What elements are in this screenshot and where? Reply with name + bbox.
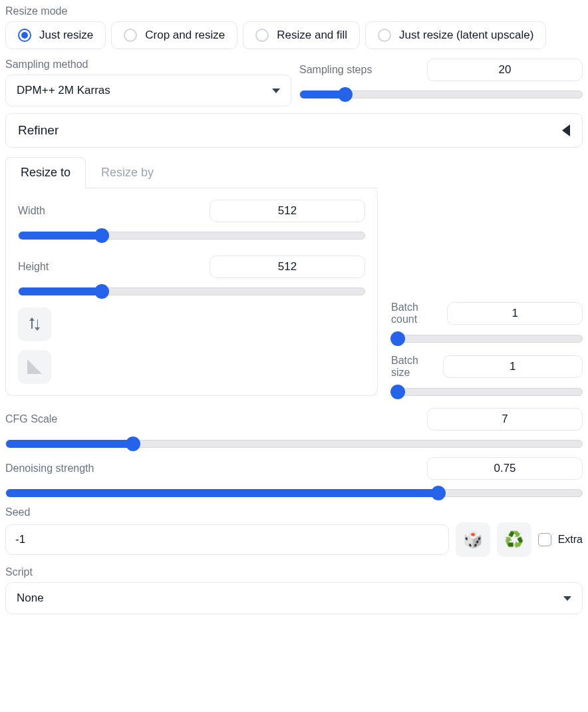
option-label: Crop and resize — [145, 29, 225, 42]
dice-icon: 🎲 — [463, 530, 483, 549]
tab-resize-to[interactable]: Resize to — [5, 157, 86, 188]
resize-mode-group: Just resize Crop and resize Resize and f… — [5, 21, 583, 49]
recycle-icon: ♻️ — [504, 530, 524, 549]
seed-extra-checkbox[interactable] — [538, 533, 551, 546]
width-input[interactable] — [210, 200, 365, 222]
chevron-down-icon — [563, 596, 571, 601]
height-input[interactable] — [210, 256, 365, 278]
cfg-scale-slider[interactable] — [5, 440, 583, 448]
seed-extra-label: Extra — [558, 534, 583, 546]
sampling-steps-input[interactable] — [427, 59, 583, 81]
option-label: Just resize — [39, 29, 93, 42]
cfg-scale-label: CFG Scale — [5, 413, 57, 425]
sampling-steps-label: Sampling steps — [299, 64, 372, 76]
resize-mode-option-just-resize[interactable]: Just resize — [5, 21, 106, 49]
seed-label: Seed — [5, 506, 583, 518]
seed-input[interactable] — [5, 524, 449, 555]
radio-icon — [255, 29, 269, 42]
batch-size-label: Batch size — [391, 355, 435, 379]
tab-resize-by[interactable]: Resize by — [86, 157, 169, 188]
resize-mode-label: Resize mode — [5, 5, 583, 17]
sampling-steps-slider[interactable] — [299, 90, 583, 98]
denoise-slider[interactable] — [5, 489, 583, 497]
swap-dimensions-button[interactable] — [18, 307, 51, 341]
sampling-method-value: DPM++ 2M Karras — [17, 84, 110, 97]
batch-size-slider[interactable] — [391, 388, 583, 396]
script-select[interactable]: None — [5, 582, 583, 614]
sampling-method-label: Sampling method — [5, 59, 291, 71]
refiner-accordion[interactable]: Refiner — [5, 113, 583, 148]
radio-icon — [378, 29, 391, 42]
denoise-input[interactable] — [427, 457, 583, 480]
caret-left-icon — [562, 124, 570, 136]
width-slider[interactable] — [18, 232, 365, 240]
option-label: Just resize (latent upscale) — [399, 29, 533, 42]
batch-count-slider[interactable] — [391, 335, 583, 343]
resize-mode-option-resize-and-fill[interactable]: Resize and fill — [243, 21, 360, 49]
sampling-method-select[interactable]: DPM++ 2M Karras — [5, 75, 291, 106]
swap-arrows-icon — [29, 317, 41, 331]
triangle-ruler-icon — [27, 359, 42, 374]
radio-icon — [124, 29, 137, 42]
batch-size-input[interactable] — [443, 355, 583, 378]
seed-random-button[interactable]: 🎲 — [456, 522, 490, 557]
seed-reuse-button[interactable]: ♻️ — [497, 522, 531, 557]
radio-icon — [18, 29, 31, 42]
aspect-ratio-button[interactable] — [18, 350, 51, 383]
height-slider[interactable] — [18, 287, 365, 295]
resize-mode-option-latent-upscale[interactable]: Just resize (latent upscale) — [365, 21, 546, 49]
resize-mode-option-crop-and-resize[interactable]: Crop and resize — [111, 21, 237, 49]
batch-count-label: Batch count — [391, 301, 439, 325]
width-label: Width — [18, 205, 45, 217]
height-label: Height — [18, 261, 49, 273]
script-value: None — [17, 592, 44, 605]
denoise-label: Denoising strength — [5, 462, 94, 474]
chevron-down-icon — [272, 89, 280, 93]
cfg-scale-input[interactable] — [427, 408, 583, 431]
refiner-label: Refiner — [18, 123, 59, 138]
option-label: Resize and fill — [277, 29, 347, 42]
batch-count-input[interactable] — [447, 302, 583, 325]
script-label: Script — [5, 566, 583, 578]
